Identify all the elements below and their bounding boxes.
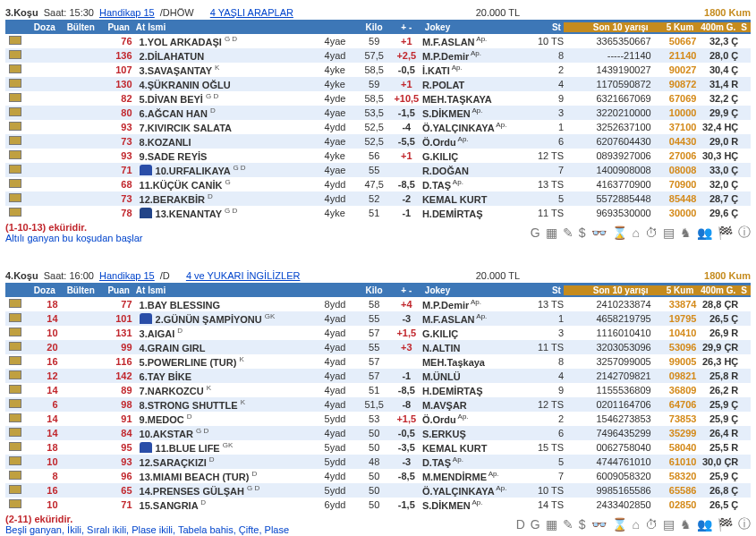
saddle-icon [9,136,21,145]
saddle-icon [9,456,21,465]
saddle-icon [9,36,21,45]
table-header: DozaBültenPuan At İsmi Kilo+ - JokeySt S… [5,283,751,297]
table-row[interactable]: 136 2.DİLAHATUN 4yad 57,5 +2,5 M.P.Demir… [5,48,751,63]
race-block: 3.Koşu Saat: 15:30 Handikap 15 /DHÖW 4 Y… [5,5,751,243]
saddle-icon [9,50,21,59]
saddle-icon [9,179,21,188]
toolbar-icon[interactable]: 👥 [697,517,712,532]
toolbar-icon[interactable]: 👥 [697,225,712,240]
distance: 1800 Kum [704,270,751,281]
table-row[interactable]: 6 98 8.STRONG SHUTTLE K 4yad 51,5 -8 M.A… [5,397,751,412]
table-row[interactable]: 14 91 9.MEDOC D 5ydd 53 +1,5 Ö.Ordu Ap. … [5,412,751,426]
toolbar-icon[interactable]: ⏱ [645,225,658,240]
toolbar-icon[interactable]: 👓 [591,517,607,532]
saddle-icon [9,208,21,217]
table-row[interactable]: 18 77 1.BAY BLESSING 8ydd 58 +4 M.P.Demi… [5,297,751,311]
saddle-icon [9,122,21,131]
toolbar-icon[interactable]: ♞ [680,225,692,240]
toolbar-icon[interactable]: D [516,517,525,532]
jersey-icon [140,165,152,175]
saddle-icon [9,342,21,351]
toolbar-icon[interactable]: ⌛ [612,517,627,532]
prize: 20.000 TL [476,7,520,18]
table-row[interactable]: 73 8.KOZANLI 4yae 52,5 -5,5 Ö.Ordu Ap. 6… [5,134,751,149]
toolbar-icon[interactable]: ⌂ [633,517,640,532]
toolbar: DG▦✎$👓⌛⌂⏱▤♞👥🏁ⓘ [516,516,751,532]
jersey-icon [140,442,152,453]
table-row[interactable]: 130 4.ŞÜKRANIN OĞLU 4yke 59 +1 R.POLAT 4… [5,77,751,91]
jersey-icon [140,313,152,324]
toolbar-icon[interactable]: ✎ [563,517,573,532]
saddle-icon [9,328,21,336]
toolbar-icon[interactable]: ⌂ [633,225,640,240]
saddle-icon [9,370,21,379]
table-row[interactable]: 10 93 12.SARAÇKIZI D 5ydd 48 -3 D.TAŞ Ap… [5,455,751,469]
saddle-icon [9,485,21,494]
table-row[interactable]: 12 142 6.TAY BİKE 4yad 57 -1 M.ÜNLÜ 4 21… [5,369,751,383]
toolbar-icon[interactable]: ▤ [663,517,675,532]
table-row[interactable]: 82 5.DİVAN BEYİ G D 4yde 58,5 +10,5 MEH.… [5,91,751,106]
saddle-icon [9,385,21,394]
race-time: Saat: 16:00 [44,270,94,281]
toolbar-icon[interactable]: ⓘ [738,225,751,241]
ekuri-text: (2-11) eküridir. [5,514,289,524]
table-row[interactable]: 14 89 7.NARKOZCU K 4yad 51 -8,5 H.DEMİRT… [5,383,751,397]
saddle-icon [9,165,21,174]
table-row[interactable]: 10 71 15.SANGRIA D 6ydd 50 -1,5 S.DİKMEN… [5,498,751,512]
table-row[interactable]: 14 84 10.AKSTAR G D 4yad 50 -0,5 S.ERKUŞ… [5,426,751,440]
class-link[interactable]: 4 YAŞLI ARAPLAR [210,7,293,18]
table-row[interactable]: 16 65 14.PRENSES GÜLŞAH G D 5ydd 50 Ö.YA… [5,483,751,498]
race-no: 4.Koşu [5,270,38,281]
table-row[interactable]: 20 99 4.GRAIN GIRL 4yad 55 +3 N.ALTIN 11… [5,340,751,354]
toolbar-icon[interactable]: ⏱ [645,517,658,532]
saddle-icon [9,399,21,408]
distance: 1800 Kum [704,7,751,18]
table-row[interactable]: 18 95 11.BLUE LIFE GK 5yad 50 -3,5 KEMAL… [5,440,751,455]
toolbar-icon[interactable]: G [531,225,540,240]
handicap-link[interactable]: Handikap 15 [99,7,155,18]
handicap-link[interactable]: Handikap 15 [99,270,155,281]
saddle-icon [9,413,21,422]
toolbar-icon[interactable]: $ [579,517,586,532]
table-row[interactable]: 73 12.BERAKBİR D 4ydd 52 -2 KEMAL KURT 5… [5,191,751,206]
table-row[interactable]: 14 101 2.GÜNÜN ŞAMPİYONU GK 4yad 55 -3 M… [5,311,751,326]
dh-code: /DHÖW [160,7,194,18]
saddle-icon [9,299,21,308]
saddle-icon [9,442,21,451]
table-row[interactable]: 93 7.KIVIRCIK SALATA 4ydd 52,5 -4 Ö.YALÇ… [5,120,751,134]
toolbar-icon[interactable]: $ [579,225,586,240]
table-row[interactable]: 78 13.KENANTAY G D 4yke 51 -1 H.DEMİRTAŞ… [5,206,751,220]
saddle-icon [9,79,21,88]
race-header: 3.Koşu Saat: 15:30 Handikap 15 /DHÖW 4 Y… [5,5,751,20]
saddle-icon [9,64,21,73]
saddle-icon [9,93,21,102]
race-footer: (1-10-13) eküridir. Altılı ganyan bu koş… [5,220,751,243]
toolbar-icon[interactable]: ▤ [663,225,675,240]
table-row[interactable]: 107 3.SAVAŞANTAY K 4yke 58,5 -0,5 İ.KATI… [5,63,751,77]
dh-code: /D [160,270,170,281]
race-footer: (2-11) eküridir. Beşli ganyan, İkili, Sı… [5,512,751,535]
table-row[interactable]: 10 131 3.AIGAI D 4yad 57 +1,5 G.KILIÇ 3 … [5,326,751,340]
toolbar: G▦✎$👓⌛⌂⏱▤♞👥🏁ⓘ [531,225,751,241]
toolbar-icon[interactable]: 🏁 [718,225,733,240]
toolbar-icon[interactable]: ⓘ [738,516,751,532]
toolbar-icon[interactable]: ▦ [546,225,557,240]
table-row[interactable]: 68 11.KÜÇÜK CANİK G 4ydd 47,5 -8,5 D.TAŞ… [5,177,751,191]
toolbar-icon[interactable]: ♞ [680,517,692,532]
class-link[interactable]: 4 ve YUKARI İNGİLİZLER [186,270,301,281]
toolbar-icon[interactable]: ▦ [546,517,557,532]
table-header: DozaBültenPuan At İsmi Kilo+ - JokeySt S… [5,20,751,34]
toolbar-icon[interactable]: 👓 [591,225,607,240]
saddle-icon [9,428,21,437]
toolbar-icon[interactable]: 🏁 [718,517,733,532]
toolbar-icon[interactable]: G [531,517,540,532]
table-row[interactable]: 16 116 5.POWERLINE (TUR) K 4yad 57 MEH.T… [5,354,751,369]
toolbar-icon[interactable]: ✎ [563,225,573,240]
table-row[interactable]: 93 9.SADE REYİS 4yke 56 +1 G.KILIÇ 12 TS… [5,149,751,163]
table-row[interactable]: 8 96 13.MIAMI BEACH (TUR) D 4ydd 50 -8,5… [5,469,751,483]
toolbar-icon[interactable]: ⌛ [612,225,627,240]
jersey-icon [140,208,152,218]
table-row[interactable]: 76 1.YOL ARKADAŞI G D 4yae 59 +1 M.F.ASL… [5,34,751,48]
table-row[interactable]: 80 6.AĞCAN HAN D 4yae 53,5 -1,5 S.DİKMEN… [5,106,751,120]
table-row[interactable]: 71 10.URFALIKAYA G D 4yae 55 R.DOĞAN 7 1… [5,163,751,177]
